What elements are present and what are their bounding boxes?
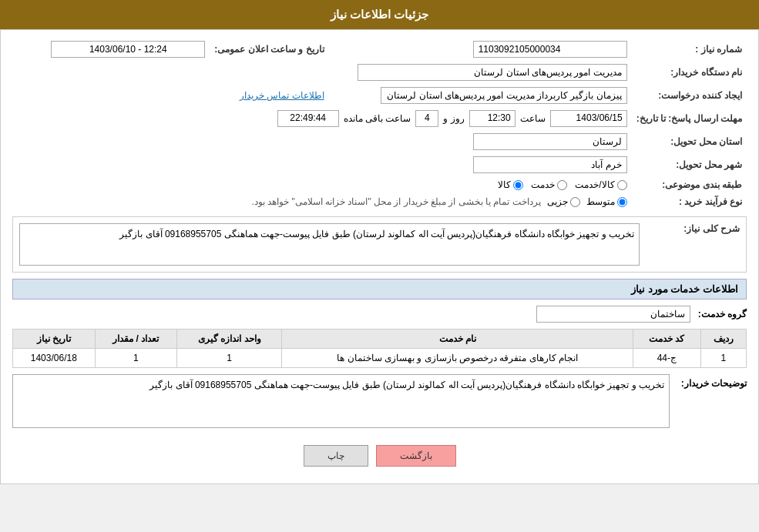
- back-button[interactable]: بازگشت: [376, 445, 456, 467]
- city-label: شهر محل تحویل:: [632, 153, 747, 176]
- need-number-value: 1103092105000034: [473, 41, 627, 58]
- need-summary-label: شرح کلی نیاز:: [647, 223, 740, 234]
- buyer-desc-value: تخریب و تجهیز خوابگاه دانشگاه فرهنگیان(پ…: [12, 374, 670, 428]
- service-group-label: گروه خدمت:: [698, 309, 747, 320]
- page-header: جزئیات اطلاعات نیاز: [0, 0, 759, 29]
- col-service-code: کد خدمت: [633, 330, 701, 349]
- contact-link[interactable]: اطلاعات تماس خریدار: [240, 90, 324, 101]
- cell-unit: 1: [177, 349, 282, 368]
- remaining-label: ساعت باقی مانده: [344, 113, 411, 124]
- process-jozei: جزیی: [547, 196, 580, 207]
- process-jozei-label: جزیی: [547, 196, 568, 207]
- creator-value: پیزمان بازگیر کاربرداز مدیریت امور پردیس…: [381, 87, 627, 104]
- print-button[interactable]: چاپ: [304, 445, 368, 467]
- category-kala-label: کالا: [498, 179, 511, 190]
- need-summary-value: تخریب و تجهیز خوابگاه دانشگاه فرهنگیان(پ…: [19, 223, 640, 266]
- need-number-label: شماره نیاز :: [632, 38, 747, 61]
- category-kala-khedmat: کالا/خدمت: [575, 179, 626, 190]
- cell-date: 1403/06/18: [13, 349, 96, 368]
- page-title: جزئیات اطلاعات نیاز: [331, 8, 428, 21]
- col-row-num: ردیف: [700, 330, 746, 349]
- cell-service-code: ج-44: [633, 349, 701, 368]
- process-note: پرداخت تمام یا بخشی از مبلغ خریدار از مح…: [251, 196, 540, 207]
- cell-service-name: انجام کارهای متفرقه درخصوص بازسازی و بهس…: [282, 349, 633, 368]
- category-khedmat: خدمت: [531, 179, 567, 190]
- table-row: 1 ج-44 انجام کارهای متفرقه درخصوص بازساز…: [13, 349, 747, 368]
- col-unit: واحد اندازه گیری: [177, 330, 282, 349]
- service-group-value: ساختمان: [536, 306, 690, 323]
- buyer-desc-label: توضیحات خریدار:: [677, 374, 747, 389]
- category-label: طبقه بندی موضوعی:: [632, 176, 747, 193]
- cell-row-num: 1: [700, 349, 746, 368]
- announce-datetime-label: تاریخ و ساعت اعلان عمومی:: [210, 38, 328, 61]
- city-value: خرم آباد: [473, 156, 627, 173]
- response-deadline-label: مهلت ارسال پاسخ: تا تاریخ:: [632, 107, 747, 130]
- response-day: 4: [415, 110, 438, 127]
- province-value: لرستان: [473, 133, 627, 150]
- col-date: تاریخ نیاز: [13, 330, 96, 349]
- category-kala: کالا: [498, 179, 523, 190]
- cell-quantity: 1: [95, 349, 176, 368]
- buttons-row: بازگشت چاپ: [12, 436, 747, 476]
- process-label: نوع فرآیند خرید :: [632, 193, 747, 210]
- process-motavaset: متوسط: [586, 196, 627, 207]
- response-day-label: روز و: [443, 113, 464, 124]
- category-kala-khedmat-label: کالا/خدمت: [575, 179, 614, 190]
- process-motavaset-label: متوسط: [586, 196, 615, 207]
- announce-datetime-value: 1403/06/10 - 12:24: [51, 41, 205, 58]
- col-service-name: نام خدمت: [282, 330, 633, 349]
- creator-label: ایجاد کننده درخواست:: [632, 84, 747, 107]
- col-quantity: تعداد / مقدار: [95, 330, 176, 349]
- response-time: 12:30: [469, 110, 516, 127]
- province-label: استان محل تحویل:: [632, 130, 747, 153]
- response-time-label: ساعت: [520, 113, 546, 124]
- services-info-title: اطلاعات خدمات مورد نیاز: [12, 279, 747, 299]
- remaining-time: 22:49:44: [277, 110, 339, 127]
- buyer-org-label: نام دستگاه خریدار:: [632, 61, 747, 84]
- category-khedmat-label: خدمت: [531, 179, 555, 190]
- response-date: 1403/06/15: [550, 110, 627, 127]
- buyer-org-value: مدیریت امور پردیس‌های استان لرستان: [358, 64, 627, 81]
